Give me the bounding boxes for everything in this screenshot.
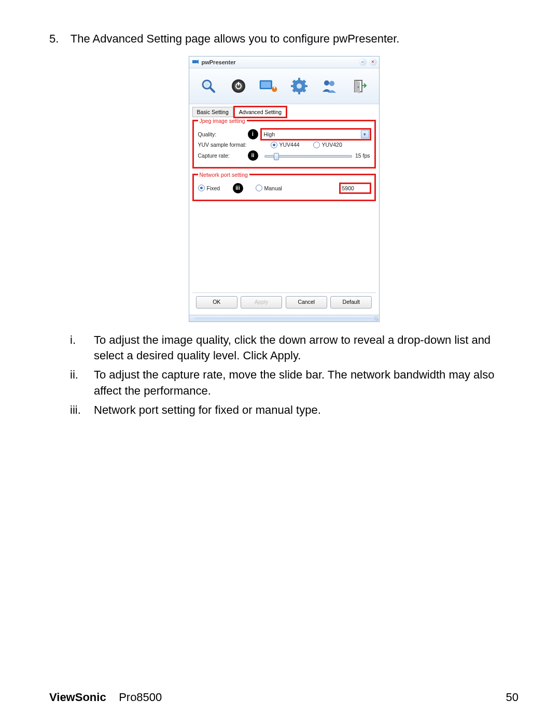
quality-dropdown[interactable]: High ▾ [261,129,370,139]
door-icon[interactable] [349,76,369,96]
footer-model: Pro8500 [119,691,162,704]
display-icon[interactable] [259,76,278,96]
tab-basic[interactable]: Basic Setting [192,107,233,117]
label-manual: Manual [264,185,282,191]
page-footer: ViewSonic Pro8500 50 [49,691,519,704]
item-i-num: i. [70,332,94,365]
svg-point-24 [358,86,359,87]
port-value: 5900 [342,185,354,191]
search-icon[interactable] [199,76,218,96]
capture-slider[interactable] [264,152,352,159]
radio-yuv444[interactable] [271,142,277,148]
item-iii-num: iii. [70,402,94,418]
svg-point-21 [324,80,329,86]
screenshot: pwPresenter – × [189,56,380,322]
svg-rect-15 [304,85,307,87]
intro-text: The Advanced Setting page allows you to … [71,32,400,45]
svg-rect-14 [291,85,294,87]
minimize-button[interactable]: – [359,58,367,66]
ok-button[interactable]: OK [196,296,237,309]
dialog-buttons: OK Apply Cancel Default [192,292,376,312]
tab-strip: Basic Setting Advanced Setting [189,104,379,117]
intro-number: 5. [49,31,67,47]
item-i-text: To adjust the image quality, click the d… [94,332,519,365]
label-quality: Quality: [198,131,251,137]
callout-i: i [248,129,258,139]
radio-manual[interactable] [256,185,262,191]
group-network: Network port setting Fixed iii Manual 59… [192,172,376,201]
legend-network: Network port setting [198,172,249,178]
label-yuv444: YUV444 [279,142,300,148]
port-field[interactable]: 5900 [340,184,370,193]
window-title: pwPresenter [202,59,236,65]
item-ii-num: ii. [70,367,94,399]
svg-rect-9 [261,81,271,88]
toolbar [189,68,379,104]
svg-rect-13 [298,91,300,94]
item-ii-text: To adjust the capture rate, move the sli… [94,367,519,399]
label-yuv: YUV sample format: [198,142,260,148]
app-icon [191,58,200,66]
svg-rect-0 [192,60,197,63]
instruction-list: i. To adjust the image quality, click th… [70,332,519,418]
footer-brand: ViewSonic [49,691,106,704]
callout-iii: iii [233,183,243,193]
svg-point-22 [329,81,334,86]
group-jpeg: Jpeg image setting Quality: i High ▾ YUV… [192,118,376,169]
users-icon[interactable] [319,76,339,96]
status-bar [189,315,379,321]
gear-icon[interactable] [289,76,309,96]
title-bar: pwPresenter – × [189,57,379,68]
chevron-down-icon[interactable]: ▾ [361,130,369,138]
close-button[interactable]: × [369,58,377,66]
quality-value: High [264,131,275,137]
label-capture: Capture rate: [198,152,251,159]
default-button[interactable]: Default [330,296,372,309]
callout-ii: ii [248,150,258,161]
label-fixed: Fixed [207,185,236,191]
svg-line-2 [210,88,214,92]
resize-grip-icon[interactable] [374,316,378,320]
item-iii-text: Network port setting for fixed or manual… [94,402,519,418]
svg-point-20 [297,83,302,89]
app-window: pwPresenter – × [189,56,380,322]
footer-page: 50 [506,691,519,704]
radio-yuv420[interactable] [313,142,320,148]
power-icon[interactable] [229,76,248,96]
legend-jpeg: Jpeg image setting [198,118,247,124]
radio-fixed[interactable] [198,185,205,191]
svg-point-3 [204,82,209,87]
cancel-button[interactable]: Cancel [286,296,327,309]
intro-line: 5. The Advanced Setting page allows you … [49,31,519,47]
apply-button[interactable]: Apply [241,296,282,309]
tab-advanced[interactable]: Advanced Setting [234,107,286,117]
svg-rect-12 [298,78,300,81]
capture-value: 15 fps [355,152,370,159]
label-yuv420: YUV420 [322,142,342,148]
